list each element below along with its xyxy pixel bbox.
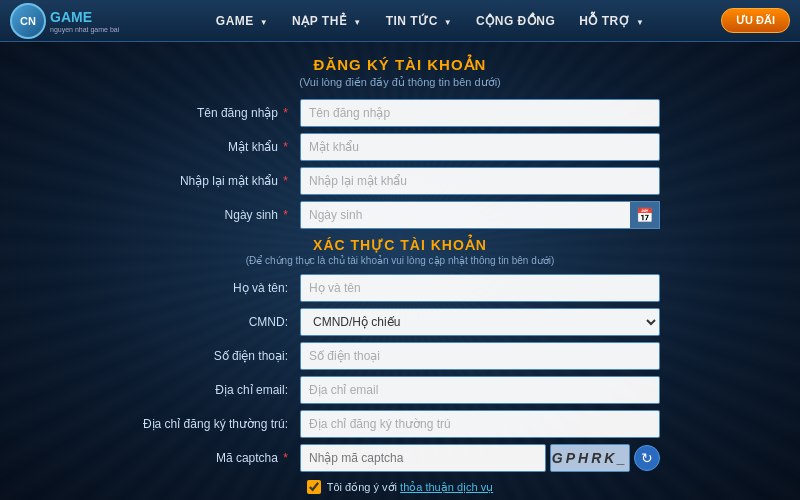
address-row: Địa chỉ đăng ký thường trú: (140, 410, 660, 438)
cmnd-row: CMND: CMND/Hộ chiếu CMND Hộ chiếu (140, 308, 660, 336)
logo-sub: nguyen nhat game bai (50, 26, 119, 33)
required-mark: * (283, 106, 288, 120)
logo-brand: GAME (50, 9, 92, 25)
password-label: Mật khẩu * (140, 140, 300, 154)
verify-section: XÁC THỰC TÀI KHOẢN (Để chứng thực là chủ… (140, 237, 660, 472)
captcha-refresh-button[interactable]: ↻ (634, 445, 660, 471)
chevron-down-icon: ▼ (444, 18, 452, 27)
agree-row: Tôi đồng ý với thỏa thuận dịch vụ (140, 480, 660, 494)
chevron-down-icon: ▼ (260, 18, 268, 27)
email-label: Địa chỉ email: (140, 383, 300, 397)
confirm-password-label: Nhập lại mật khẩu * (140, 174, 300, 188)
password-input[interactable] (300, 133, 660, 161)
register-title: ĐĂNG KÝ TÀI KHOẢN (140, 56, 660, 74)
birthday-row: Ngày sinh * 📅 (140, 201, 660, 229)
logo-circle: CN (10, 3, 46, 39)
cmnd-label: CMND: (140, 315, 300, 329)
logo-text: GAME nguyen nhat game bai (50, 8, 119, 33)
required-mark: * (283, 140, 288, 154)
captcha-wrapper: GPHRK_ ↻ (300, 444, 660, 472)
nav-item-nap-the[interactable]: NẠP THẺ ▼ (282, 8, 372, 34)
phone-row: Số điện thoại: (140, 342, 660, 370)
required-mark: * (283, 208, 288, 222)
nav-item-tin-tuc[interactable]: TIN TỨC ▼ (376, 8, 462, 34)
nav-item-cong-dong[interactable]: CỘNG ĐỒNG (466, 8, 565, 34)
promo-button[interactable]: ƯU ĐÃI (721, 8, 790, 33)
confirm-password-row: Nhập lại mật khẩu * (140, 167, 660, 195)
date-wrapper: 📅 (300, 201, 660, 229)
required-mark: * (283, 451, 288, 465)
navbar: CN GAME nguyen nhat game bai GAME ▼ NẠP … (0, 0, 800, 42)
register-subtitle: (Vui lòng điền đầy đủ thông tin bên dưới… (140, 76, 660, 89)
nav-item-ho-tro[interactable]: HỖ TRỢ ▼ (569, 8, 654, 34)
agree-checkbox[interactable] (307, 480, 321, 494)
chevron-down-icon: ▼ (636, 18, 644, 27)
nav-items: GAME ▼ NẠP THẺ ▼ TIN TỨC ▼ CỘNG ĐỒNG HỖ … (139, 8, 721, 34)
captcha-row: Mã captcha * GPHRK_ ↻ (140, 444, 660, 472)
captcha-label: Mã captcha * (140, 451, 300, 465)
email-row: Địa chỉ email: (140, 376, 660, 404)
address-input[interactable] (300, 410, 660, 438)
verify-title: XÁC THỰC TÀI KHOẢN (140, 237, 660, 253)
fullname-input[interactable] (300, 274, 660, 302)
captcha-image: GPHRK_ (550, 444, 630, 472)
required-mark: * (283, 174, 288, 188)
agree-text: Tôi đồng ý với thỏa thuận dịch vụ (327, 481, 493, 494)
nav-item-game[interactable]: GAME ▼ (206, 8, 278, 34)
confirm-password-input[interactable] (300, 167, 660, 195)
email-input[interactable] (300, 376, 660, 404)
fullname-row: Họ và tên: (140, 274, 660, 302)
fullname-label: Họ và tên: (140, 281, 300, 295)
verify-subtitle: (Để chứng thực là chủ tài khoản vui lòng… (140, 255, 660, 266)
register-form: ĐĂNG KÝ TÀI KHOẢN (Vui lòng điền đầy đủ … (140, 56, 660, 500)
username-input[interactable] (300, 99, 660, 127)
logo[interactable]: CN GAME nguyen nhat game bai (10, 3, 119, 39)
logo-cn: CN (20, 15, 36, 27)
username-label: Tên đăng nhập * (140, 106, 300, 120)
chevron-down-icon: ▼ (353, 18, 361, 27)
password-row: Mật khẩu * (140, 133, 660, 161)
calendar-icon[interactable]: 📅 (630, 201, 660, 229)
phone-input[interactable] (300, 342, 660, 370)
birthday-label: Ngày sinh * (140, 208, 300, 222)
terms-link[interactable]: thỏa thuận dịch vụ (400, 481, 493, 493)
captcha-input[interactable] (300, 444, 546, 472)
birthday-input[interactable] (300, 201, 660, 229)
address-label: Địa chỉ đăng ký thường trú: (140, 417, 300, 431)
cmnd-select[interactable]: CMND/Hộ chiếu CMND Hộ chiếu (300, 308, 660, 336)
phone-label: Số điện thoại: (140, 349, 300, 363)
username-row: Tên đăng nhập * (140, 99, 660, 127)
main-content: ĐĂNG KÝ TÀI KHOẢN (Vui lòng điền đầy đủ … (0, 42, 800, 500)
